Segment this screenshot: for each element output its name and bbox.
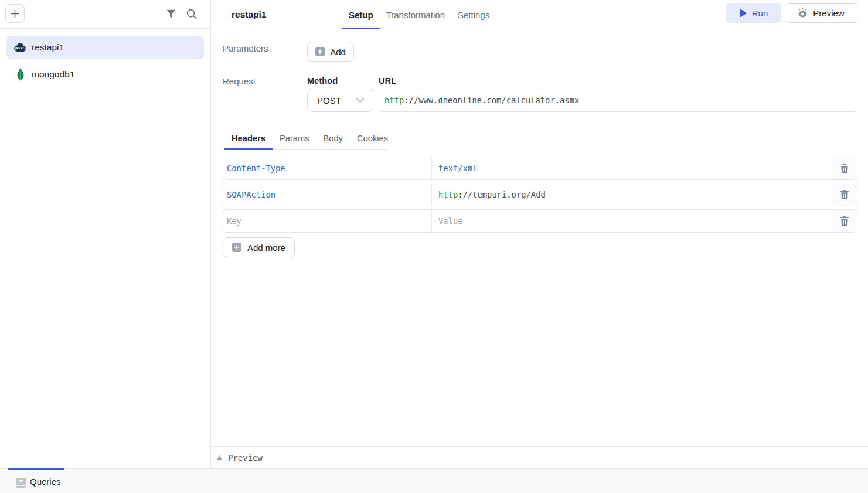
rest-api-icon: {REST} <box>14 43 26 53</box>
plus-square-icon <box>232 243 241 252</box>
plus-square-icon <box>315 47 325 56</box>
subtab-headers[interactable]: Headers <box>224 130 273 149</box>
editor-tabs: Setup Transformation Settings <box>342 0 496 29</box>
add-parameter-button[interactable]: Add <box>307 42 354 62</box>
preview-panel-toggle[interactable]: Preview <box>211 446 868 468</box>
trash-icon <box>840 216 849 226</box>
filter-icon[interactable] <box>166 9 176 19</box>
tab-transformation[interactable]: Transformation <box>380 0 451 29</box>
method-select[interactable]: POST <box>307 89 373 112</box>
method-label: Method <box>307 76 373 86</box>
query-sidebar: {REST} restapi1 mongodb1 <box>0 0 211 468</box>
query-name: restapi1 <box>32 42 64 53</box>
delete-header-button[interactable] <box>832 210 857 232</box>
subtab-params[interactable]: Params <box>273 130 316 149</box>
header-row: Content-Type text/xml <box>223 157 857 180</box>
subtab-body[interactable]: Body <box>316 130 350 149</box>
request-section: Request Method POST URL http://www.dneon… <box>223 76 857 112</box>
header-row-empty <box>223 209 857 233</box>
chevron-down-icon <box>356 98 365 103</box>
search-icon[interactable] <box>186 9 198 19</box>
header-key-input <box>223 210 432 232</box>
headers-table: Content-Type text/xml SOAPAction http://… <box>223 157 857 233</box>
header-value-input-field[interactable] <box>432 216 832 226</box>
plus-icon <box>11 9 19 18</box>
request-label: Request <box>223 76 307 112</box>
queries-panel-toggle[interactable]: Queries <box>16 469 61 493</box>
mongodb-icon <box>14 68 26 81</box>
run-button[interactable]: Run <box>726 3 781 23</box>
eye-icon <box>798 8 808 18</box>
trash-icon <box>840 164 849 173</box>
parameters-label: Parameters <box>223 42 307 62</box>
delete-header-button[interactable] <box>832 157 857 179</box>
preview-button[interactable]: Preview <box>785 3 857 23</box>
bottom-bar: Queries <box>0 468 868 493</box>
url-field: URL http://www.dneonline.com/calculator.… <box>379 76 857 112</box>
url-input[interactable]: http://www.dneonline.com/calculator.asmx <box>379 89 857 112</box>
add-more-button[interactable]: Add more <box>223 237 295 257</box>
header-actions: Run Preview <box>726 3 857 23</box>
setup-panel: Parameters Add Request Method POST URL h… <box>211 42 868 257</box>
header-value-input[interactable]: http://tempuri.org/Add <box>432 183 832 206</box>
add-query-button[interactable] <box>5 4 25 23</box>
query-editor-header: restapi1 Setup Transformation Settings R… <box>211 0 868 29</box>
query-name: mongodb1 <box>32 69 74 80</box>
url-label: URL <box>379 76 857 86</box>
trash-icon <box>840 190 849 199</box>
tab-settings[interactable]: Settings <box>451 0 496 29</box>
query-list: {REST} restapi1 mongodb1 <box>0 29 210 93</box>
request-option-tabs: Headers Params Body Cookies <box>224 130 389 150</box>
header-value-input <box>432 210 832 232</box>
query-title: restapi1 <box>232 0 266 29</box>
query-list-item-restapi1[interactable]: {REST} restapi1 <box>6 36 204 59</box>
query-list-item-mongodb1[interactable]: mongodb1 <box>6 63 204 86</box>
tab-setup[interactable]: Setup <box>342 0 380 29</box>
method-field: Method POST <box>307 76 373 112</box>
preview-panel-label: Preview <box>228 453 263 463</box>
sidebar-toolbar <box>0 0 210 29</box>
parameters-section: Parameters Add <box>223 42 857 62</box>
subtab-cookies[interactable]: Cookies <box>350 130 395 149</box>
delete-header-button[interactable] <box>832 183 857 206</box>
header-key-input-field[interactable] <box>223 216 431 226</box>
header-key-input[interactable]: Content-Type <box>223 157 432 179</box>
svg-text:{REST}: {REST} <box>15 47 26 50</box>
header-key-input[interactable]: SOAPAction <box>223 183 432 206</box>
query-editor-main: restapi1 Setup Transformation Settings R… <box>211 0 868 468</box>
play-icon <box>739 9 747 18</box>
header-value-input[interactable]: text/xml <box>432 157 832 179</box>
queries-panel-icon <box>16 478 26 488</box>
header-row: SOAPAction http://tempuri.org/Add <box>223 183 857 206</box>
triangle-up-icon <box>217 455 222 460</box>
